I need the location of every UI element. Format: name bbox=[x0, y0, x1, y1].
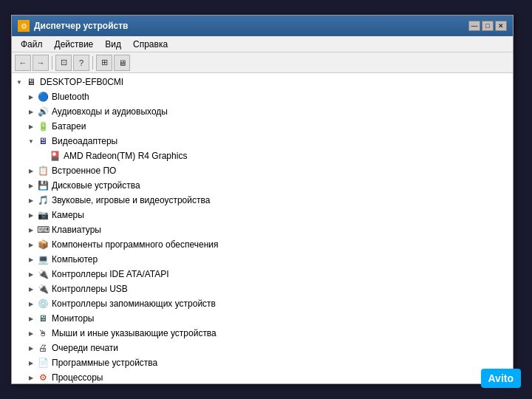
tree-item-battery[interactable]: ▶🔋Батареи bbox=[12, 119, 513, 134]
expander-amd[interactable] bbox=[37, 150, 49, 162]
label-video: Видеоадаптеры bbox=[52, 136, 117, 146]
label-mice: Мыши и иные указывающие устройства bbox=[52, 328, 216, 338]
root-expander[interactable]: ▼ bbox=[13, 76, 25, 88]
avito-watermark: Avito bbox=[481, 369, 521, 388]
expander-ide[interactable]: ▶ bbox=[25, 268, 37, 280]
toolbar: ← → ⊡ ? ⊞ 🖥 bbox=[12, 52, 513, 73]
label-disk: Дисковые устройства bbox=[52, 180, 140, 191]
icon-processors: ⚙ bbox=[37, 372, 49, 383]
icon-ide: 🔌 bbox=[37, 268, 49, 280]
icon-mice: 🖱 bbox=[37, 327, 49, 339]
expander-bluetooth[interactable]: ▶ bbox=[25, 91, 37, 103]
tree-item-audio[interactable]: ▶🔊Аудиовходы и аудиовыходы bbox=[12, 104, 513, 119]
title-bar-left: ⚙ Диспетчер устройств bbox=[18, 20, 128, 32]
icon-battery: 🔋 bbox=[37, 120, 49, 132]
icon-monitors: 🖥 bbox=[37, 313, 49, 324]
label-amd: AMD Radeon(TM) R4 Graphics bbox=[64, 151, 187, 161]
menu-action[interactable]: Действие bbox=[49, 38, 100, 51]
root-icon: 🖥 bbox=[25, 76, 37, 88]
label-camera: Камеры bbox=[52, 210, 84, 220]
minimize-button[interactable]: — bbox=[468, 21, 480, 31]
expander-monitors[interactable]: ▶ bbox=[25, 313, 37, 324]
tree-item-keyboard[interactable]: ▶⌨Клавиатуры bbox=[12, 222, 513, 237]
maximize-button[interactable]: □ bbox=[482, 21, 494, 31]
forward-button[interactable]: → bbox=[33, 55, 49, 71]
icon-components: 📦 bbox=[37, 239, 49, 250]
device-manager-window: ⚙ Диспетчер устройств — □ ✕ Файл Действи… bbox=[11, 15, 514, 384]
expander-computer[interactable]: ▶ bbox=[25, 253, 37, 265]
root-label: DESKTOP-EFB0CMI bbox=[40, 77, 123, 87]
icon-amd: 🎴 bbox=[49, 150, 61, 162]
label-computer: Компьютер bbox=[52, 254, 98, 265]
back-button[interactable]: ← bbox=[15, 55, 31, 71]
tree-item-processors[interactable]: ▶⚙Процессоры bbox=[12, 370, 513, 383]
icon-audio: 🔊 bbox=[37, 106, 49, 117]
device-tree-content[interactable]: ▼ 🖥 DESKTOP-EFB0CMI ▶🔵Bluetooth▶🔊Аудиовх… bbox=[12, 73, 513, 383]
scan-button[interactable]: ⊞ bbox=[96, 55, 112, 71]
icon-printers: 🖨 bbox=[37, 342, 49, 354]
tree-item-software[interactable]: ▶📄Программные устройства bbox=[12, 355, 513, 370]
icon-keyboard: ⌨ bbox=[37, 224, 49, 236]
label-storage: Контроллеры запоминающих устройств bbox=[52, 299, 216, 309]
icon-builtin: 📋 bbox=[37, 165, 49, 177]
menu-view[interactable]: Вид bbox=[99, 38, 127, 51]
label-software: Программные устройства bbox=[52, 358, 157, 368]
title-bar: ⚙ Диспетчер устройств — □ ✕ bbox=[12, 16, 513, 36]
display-button[interactable]: 🖥 bbox=[114, 55, 130, 71]
tree-items: ▶🔵Bluetooth▶🔊Аудиовходы и аудиовыходы▶🔋Б… bbox=[12, 89, 513, 383]
menu-file[interactable]: Файл bbox=[15, 38, 49, 51]
menu-bar: Файл Действие Вид Справка bbox=[12, 36, 513, 52]
label-battery: Батареи bbox=[52, 121, 86, 132]
label-bluetooth: Bluetooth bbox=[52, 92, 89, 102]
help-button[interactable]: ? bbox=[73, 55, 89, 71]
tree-item-mice[interactable]: ▶🖱Мыши и иные указывающие устройства bbox=[12, 326, 513, 341]
expander-printers[interactable]: ▶ bbox=[25, 342, 37, 354]
tree-item-monitors[interactable]: ▶🖥Мониторы bbox=[12, 311, 513, 326]
icon-storage: 💿 bbox=[37, 298, 49, 310]
properties-button[interactable]: ⊡ bbox=[55, 55, 72, 71]
icon-usb: 🔌 bbox=[37, 283, 49, 295]
tree-item-ide[interactable]: ▶🔌Контроллеры IDE ATA/ATAPI bbox=[12, 267, 513, 282]
label-printers: Очереди печати bbox=[52, 343, 118, 353]
icon-software: 📄 bbox=[37, 357, 49, 369]
window-controls: — □ ✕ bbox=[468, 21, 507, 31]
expander-usb[interactable]: ▶ bbox=[25, 283, 37, 295]
tree-item-components[interactable]: ▶📦Компоненты программного обеспечения bbox=[12, 237, 513, 252]
icon-computer: 💻 bbox=[37, 253, 49, 265]
icon-disk: 💾 bbox=[37, 180, 49, 191]
expander-builtin[interactable]: ▶ bbox=[25, 165, 37, 177]
device-tree: ▼ 🖥 DESKTOP-EFB0CMI ▶🔵Bluetooth▶🔊Аудиовх… bbox=[12, 73, 513, 383]
tree-item-bluetooth[interactable]: ▶🔵Bluetooth bbox=[12, 89, 513, 104]
menu-help[interactable]: Справка bbox=[127, 38, 174, 51]
expander-mice[interactable]: ▶ bbox=[25, 327, 37, 339]
expander-audio[interactable]: ▶ bbox=[25, 106, 37, 117]
expander-software[interactable]: ▶ bbox=[25, 357, 37, 369]
tree-item-storage[interactable]: ▶💿Контроллеры запоминающих устройств bbox=[12, 296, 513, 311]
close-button[interactable]: ✕ bbox=[495, 21, 507, 31]
expander-battery[interactable]: ▶ bbox=[25, 120, 37, 132]
label-builtin: Встроенное ПО bbox=[52, 166, 116, 176]
tree-item-camera[interactable]: ▶📷Камеры bbox=[12, 208, 513, 222]
tree-item-usb[interactable]: ▶🔌Контроллеры USB bbox=[12, 282, 513, 296]
tree-item-disk[interactable]: ▶💾Дисковые устройства bbox=[12, 178, 513, 193]
expander-components[interactable]: ▶ bbox=[25, 239, 37, 250]
tree-item-sound[interactable]: ▶🎵Звуковые, игровые и видеоустройства bbox=[12, 193, 513, 208]
tree-item-computer[interactable]: ▶💻Компьютер bbox=[12, 252, 513, 267]
icon-video: 🖥 bbox=[37, 135, 49, 147]
tree-root[interactable]: ▼ 🖥 DESKTOP-EFB0CMI bbox=[12, 75, 513, 89]
expander-sound[interactable]: ▶ bbox=[25, 194, 37, 206]
icon-sound: 🎵 bbox=[37, 194, 49, 206]
toolbar-separator-1 bbox=[52, 56, 52, 69]
expander-keyboard[interactable]: ▶ bbox=[25, 224, 37, 236]
tree-item-printers[interactable]: ▶🖨Очереди печати bbox=[12, 341, 513, 355]
expander-processors[interactable]: ▶ bbox=[25, 372, 37, 383]
tree-item-builtin[interactable]: ▶📋Встроенное ПО bbox=[12, 163, 513, 178]
tree-item-amd[interactable]: 🎴AMD Radeon(TM) R4 Graphics bbox=[12, 149, 513, 163]
expander-camera[interactable]: ▶ bbox=[25, 209, 37, 221]
expander-video[interactable]: ▼ bbox=[25, 135, 37, 147]
tree-item-video[interactable]: ▼🖥Видеоадаптеры bbox=[12, 134, 513, 149]
expander-storage[interactable]: ▶ bbox=[25, 298, 37, 310]
label-keyboard: Клавиатуры bbox=[52, 225, 101, 235]
expander-disk[interactable]: ▶ bbox=[25, 180, 37, 191]
label-sound: Звуковые, игровые и видеоустройства bbox=[52, 195, 210, 205]
